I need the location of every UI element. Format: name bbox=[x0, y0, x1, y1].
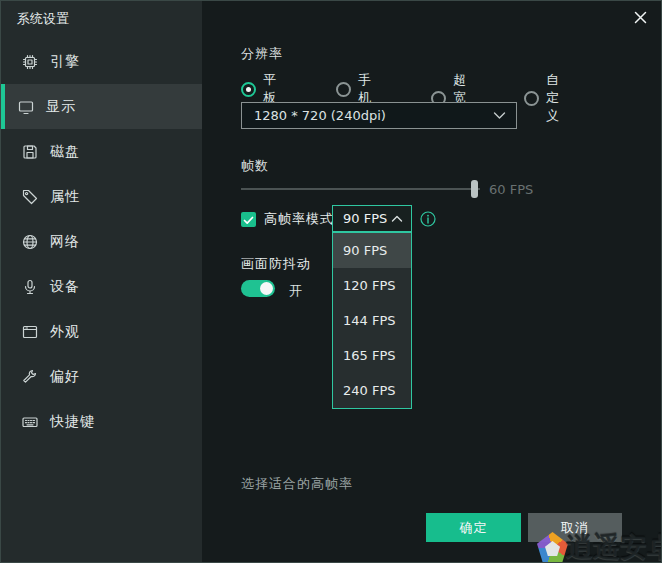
fps-dropdown-value: 90 FPS bbox=[343, 211, 391, 226]
window-title: 系统设置 bbox=[17, 10, 69, 28]
sidebar-item-shortcuts[interactable]: 快捷键 bbox=[1, 399, 202, 444]
wrench-icon bbox=[21, 368, 39, 386]
radio-indicator bbox=[241, 82, 256, 97]
sidebar-item-display[interactable]: 显示 bbox=[1, 84, 202, 129]
sidebar-nav: 引擎 显示 磁盘 属性 bbox=[1, 39, 202, 444]
sidebar-item-label: 属性 bbox=[50, 188, 80, 206]
fps-option-165[interactable]: 165 FPS bbox=[333, 338, 411, 373]
keyboard-icon bbox=[21, 413, 39, 431]
high-fps-row: 高帧率模式 bbox=[241, 210, 334, 228]
sidebar-item-network[interactable]: 网络 bbox=[1, 219, 202, 264]
sidebar-item-device[interactable]: 设备 bbox=[1, 264, 202, 309]
chevron-up-icon bbox=[391, 211, 403, 226]
sidebar-item-label: 引擎 bbox=[50, 53, 80, 71]
fps-dropdown-list: 90 FPS 120 FPS 144 FPS 165 FPS 240 FPS bbox=[332, 232, 412, 409]
sidebar-item-label: 快捷键 bbox=[50, 413, 95, 431]
sidebar-item-disk[interactable]: 磁盘 bbox=[1, 129, 202, 174]
sidebar-item-label: 偏好 bbox=[50, 368, 80, 386]
monitor-icon bbox=[17, 98, 35, 116]
high-fps-checkbox[interactable] bbox=[241, 212, 256, 227]
sidebar-item-label: 磁盘 bbox=[50, 143, 80, 161]
toggle-knob bbox=[260, 282, 273, 295]
footer-hint: 选择适合的高帧率 bbox=[241, 475, 353, 493]
sidebar-item-label: 外观 bbox=[50, 323, 80, 341]
fps-slider-value: 60 FPS bbox=[489, 182, 533, 197]
radio-custom[interactable]: 自定义 bbox=[524, 71, 559, 125]
high-fps-label: 高帧率模式 bbox=[264, 210, 334, 228]
fps-slider-handle[interactable] bbox=[471, 180, 478, 198]
chevron-down-icon bbox=[493, 108, 506, 123]
radio-indicator bbox=[336, 82, 351, 97]
tag-icon bbox=[21, 188, 39, 206]
sidebar-item-label: 设备 bbox=[50, 278, 80, 296]
fps-option-144[interactable]: 144 FPS bbox=[333, 303, 411, 338]
cancel-button[interactable]: 取消 bbox=[528, 513, 622, 542]
fps-dropdown[interactable]: 90 FPS bbox=[332, 205, 412, 232]
fps-option-90[interactable]: 90 FPS bbox=[333, 233, 411, 268]
window-icon bbox=[21, 323, 39, 341]
sidebar-item-engine[interactable]: 引擎 bbox=[1, 39, 202, 84]
globe-icon bbox=[21, 233, 39, 251]
close-button[interactable] bbox=[630, 9, 650, 29]
resolution-dropdown[interactable]: 1280 * 720 (240dpi) bbox=[241, 102, 517, 129]
chip-icon bbox=[21, 53, 39, 71]
fps-option-240[interactable]: 240 FPS bbox=[333, 373, 411, 408]
sidebar-item-appearance[interactable]: 外观 bbox=[1, 309, 202, 354]
info-icon[interactable] bbox=[420, 211, 436, 227]
sidebar-item-properties[interactable]: 属性 bbox=[1, 174, 202, 219]
checkmark-icon bbox=[243, 210, 254, 229]
framerate-section-title: 帧数 bbox=[241, 157, 269, 175]
sidebar-item-label: 网络 bbox=[50, 233, 80, 251]
close-icon bbox=[633, 10, 648, 29]
resolution-section-title: 分辨率 bbox=[241, 45, 283, 63]
antishake-label: 画面防抖动 bbox=[241, 255, 311, 273]
sidebar-item-preferences[interactable]: 偏好 bbox=[1, 354, 202, 399]
sidebar: 系统设置 引擎 显示 磁盘 bbox=[1, 1, 202, 563]
fps-slider-track[interactable] bbox=[241, 188, 480, 190]
microphone-icon bbox=[21, 278, 39, 296]
antishake-state: 开 bbox=[289, 282, 302, 300]
disk-icon bbox=[21, 143, 39, 161]
antishake-toggle[interactable] bbox=[241, 280, 275, 297]
fps-option-120[interactable]: 120 FPS bbox=[333, 268, 411, 303]
radio-indicator bbox=[524, 91, 539, 106]
resolution-dropdown-value: 1280 * 720 (240dpi) bbox=[254, 108, 493, 123]
sidebar-item-label: 显示 bbox=[46, 98, 76, 116]
ok-button[interactable]: 确定 bbox=[426, 513, 521, 542]
settings-dialog: 系统设置 引擎 显示 磁盘 bbox=[0, 0, 662, 563]
radio-label: 自定义 bbox=[546, 71, 559, 125]
